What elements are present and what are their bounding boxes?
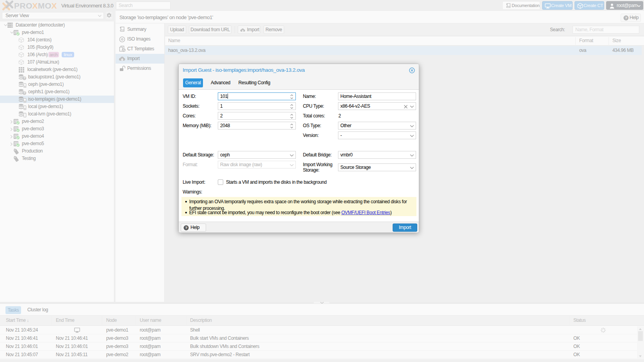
svg-text:?: ? <box>185 225 187 230</box>
